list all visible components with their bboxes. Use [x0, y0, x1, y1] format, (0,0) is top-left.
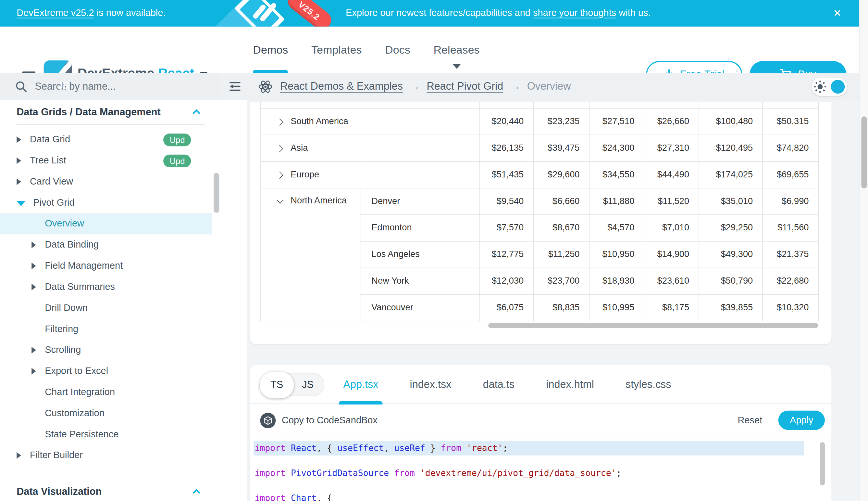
sidebar-scrollbar[interactable] — [213, 173, 220, 501]
collapse-row-icon[interactable] — [277, 196, 284, 203]
nav-item-demos[interactable]: Demos — [253, 26, 288, 73]
sidebar-item-card-view[interactable]: Card View — [0, 171, 212, 192]
expand-closed-icon[interactable] — [32, 263, 36, 269]
expand-closed-icon[interactable] — [32, 284, 36, 290]
pivot-data-cell: $6,660 — [533, 188, 589, 214]
expand-closed-icon[interactable] — [32, 368, 36, 374]
breadcrumb-link[interactable]: React Pivot Grid — [427, 80, 503, 93]
sidebar-item-filtering[interactable]: Filtering — [0, 319, 212, 340]
language-toggle[interactable]: TS JS — [260, 373, 325, 396]
sidebar-item-chart-integration[interactable]: Chart Integration — [0, 382, 212, 403]
pivot-city-label: Los Angeles — [360, 241, 480, 268]
theme-toggle[interactable] — [812, 77, 847, 96]
sidebar-section-data-grids-data-management[interactable]: Data Grids / Data Management — [0, 100, 221, 124]
sidebar-scrollbar-thumb[interactable] — [213, 173, 219, 213]
pivot-row-label-text: Asia — [290, 143, 308, 152]
pivot-data-cell: $10,320 — [762, 294, 818, 321]
sidebar-item-drill-down[interactable]: Drill Down — [0, 298, 212, 319]
pivot-data-cell — [480, 102, 533, 108]
file-tab-label: index.tsx — [410, 378, 451, 391]
pivot-row-label[interactable]: Europe — [260, 161, 480, 188]
copy-to-codesandbox-label[interactable]: Copy to CodeSandBox — [282, 415, 377, 426]
file-tab-index-html[interactable]: index.html — [542, 365, 598, 404]
updated-badge: Upd — [164, 154, 191, 167]
pivot-row-label-text: North America — [290, 195, 347, 205]
sidebar-item-customization[interactable]: Customization — [0, 403, 212, 424]
sidebar-item-data-summaries[interactable]: Data Summaries — [0, 277, 212, 298]
code-token — [461, 443, 466, 453]
expand-closed-icon[interactable] — [17, 452, 21, 459]
pivot-city-label: Denver — [360, 188, 480, 214]
expand-closed-icon[interactable] — [17, 157, 21, 164]
pivot-data-cell: $12,775 — [480, 241, 533, 268]
sidebar-item-export-to-excel[interactable]: Export to Excel — [0, 361, 212, 382]
banner-close-icon[interactable]: ✕ — [833, 0, 842, 26]
pivot-row-label[interactable]: South America — [260, 108, 480, 135]
file-tab-index-tsx[interactable]: index.tsx — [405, 365, 456, 404]
theme-toggle-knob[interactable] — [831, 79, 845, 94]
sidebar-item-filter-builder[interactable]: Filter Builder — [0, 445, 212, 466]
nav-item-docs[interactable]: Docs — [385, 26, 410, 73]
sidebar-item-field-management[interactable]: Field Management — [0, 255, 212, 277]
share-thoughts-link[interactable]: share your thoughts — [533, 8, 616, 19]
reset-button[interactable]: Reset — [738, 415, 762, 426]
language-option-ts[interactable]: TS — [261, 373, 293, 397]
sidebar-item-data-binding[interactable]: Data Binding — [0, 234, 212, 255]
file-tab-data-ts[interactable]: data.ts — [479, 365, 519, 404]
nav-item-templates[interactable]: Templates — [311, 26, 362, 73]
collapse-sidebar-icon[interactable] — [228, 80, 242, 93]
file-tab-app-tsx[interactable]: App.tsx — [339, 365, 383, 404]
sidebar-section-data-visualization[interactable]: Data Visualization — [0, 479, 221, 501]
code-token: PivotGridDataSource — [291, 468, 389, 478]
expand-row-icon[interactable] — [276, 172, 283, 179]
sidebar-item-state-persistence[interactable]: State Persistence — [0, 424, 212, 445]
pivot-row-label[interactable]: North America — [260, 188, 360, 321]
nav-item-label: Releases — [433, 44, 480, 56]
pivot-data-cell: $11,880 — [589, 188, 644, 214]
window-scrollbar-thumb[interactable] — [861, 116, 867, 189]
breadcrumb-link[interactable]: React Demos & Examples — [280, 80, 403, 93]
pivot-data-cell: $18,930 — [589, 268, 644, 294]
pivot-data-cell — [699, 102, 762, 108]
window-scrollbar[interactable] — [859, 0, 868, 501]
pivot-row-label[interactable]: Asia — [260, 135, 480, 161]
expand-open-icon[interactable] — [17, 201, 25, 206]
code-scrollbar-thumb[interactable] — [820, 442, 825, 486]
expand-row-icon[interactable] — [276, 119, 283, 126]
codesandbox-icon[interactable] — [260, 413, 276, 428]
pivot-horizontal-scrollbar[interactable] — [488, 323, 818, 328]
sidebar-item-data-grid[interactable]: Data GridUpd — [0, 129, 212, 150]
expand-closed-icon[interactable] — [17, 178, 21, 185]
sidebar-item-scrolling[interactable]: Scrolling — [0, 340, 212, 361]
sidebar-item-pivot-grid[interactable]: Pivot Grid — [0, 192, 212, 213]
sidebar-item-label: Export to Excel — [45, 366, 108, 377]
active-nav-underline — [253, 70, 288, 73]
active-tab-underline — [339, 401, 383, 404]
sidebar-item-overview[interactable]: Overview — [0, 213, 212, 235]
pivot-data-cell — [589, 102, 644, 108]
main-nav: DemosTemplatesDocsReleases — [253, 26, 480, 73]
code-token: import — [254, 493, 286, 501]
banner-release-link[interactable]: DevExtreme v25.2 — [17, 8, 94, 19]
language-option-js[interactable]: JS — [292, 373, 324, 397]
code-token: useRef — [394, 443, 425, 453]
expand-closed-icon[interactable] — [32, 347, 36, 353]
expand-closed-icon[interactable] — [17, 137, 21, 143]
pivot-data-cell: $69,655 — [762, 161, 818, 188]
nav-item-label: Docs — [385, 44, 410, 56]
pivot-data-cell: $50,790 — [699, 268, 762, 294]
pivot-data-cell: $29,600 — [533, 161, 589, 188]
pivot-row: Europe$51,435$29,600$34,550$44,490$174,0… — [260, 161, 818, 188]
pivot-data-cell: $11,520 — [644, 188, 699, 214]
file-tab-styles-css[interactable]: styles.css — [621, 365, 675, 404]
nav-item-releases[interactable]: Releases — [433, 26, 480, 73]
nav-item-label: Templates — [311, 44, 362, 56]
apply-button[interactable]: Apply — [778, 411, 825, 430]
sidebar-item-label: Chart Integration — [45, 387, 115, 398]
code-editor[interactable]: import React, { useEffect, useRef } from… — [250, 437, 832, 501]
expand-closed-icon[interactable] — [32, 242, 36, 248]
sidebar-item-tree-list[interactable]: Tree ListUpd — [0, 150, 212, 171]
code-token — [286, 493, 291, 501]
expand-row-icon[interactable] — [276, 145, 283, 152]
sidebar-item-label: State Persistence — [45, 429, 119, 440]
